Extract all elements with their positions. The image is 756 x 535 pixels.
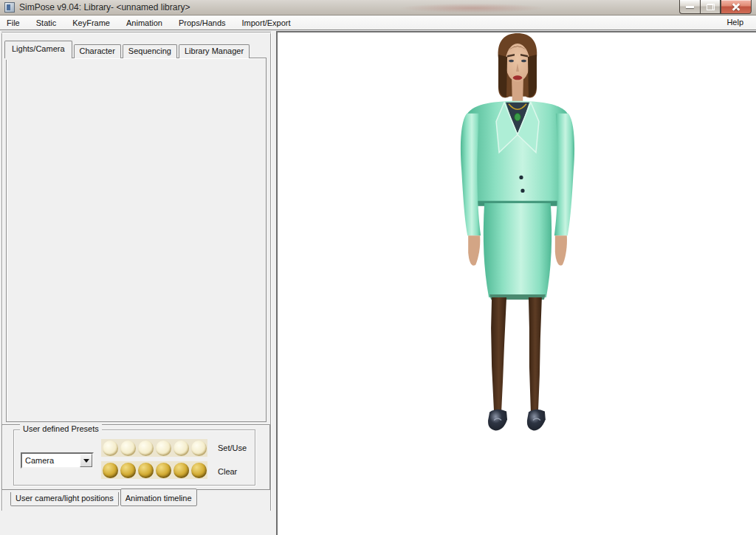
preset-target-combobox[interactable]: Camera [21,452,94,469]
menu-animation[interactable]: Animation [120,17,169,29]
tab-label: Lights/Camera [12,44,65,53]
tab-label: User camera/light positions [16,494,114,503]
menu-help[interactable]: Help [720,15,750,29]
minimize-icon [686,6,694,8]
preset-ball-icon [191,463,207,478]
clear-label: Clear [218,467,237,476]
preset-clear-button-3[interactable] [137,461,154,479]
preset-setuse-button-4[interactable] [154,439,172,457]
minimize-button[interactable] [679,0,700,14]
preset-ball-icon [120,441,136,456]
tab-label: Sequencing [128,46,171,55]
preset-ball-icon [191,441,207,456]
preset-ball-icon [103,463,118,478]
tab-character[interactable]: Character [74,44,121,58]
tab-user-camera-light-positions[interactable]: User camera/light positions [10,492,119,506]
close-icon [732,2,740,11]
top-tabstrip: Lights/Camera Character Sequencing Libra… [6,41,251,58]
preset-clear-button-6[interactable] [190,461,207,479]
bottom-tabstrip: User camera/light positions Animation ti… [10,489,197,506]
tab-sequencing[interactable]: Sequencing [123,44,177,58]
preset-setuse-button-3[interactable] [137,439,154,457]
preset-ball-icon [138,463,154,478]
tab-library-manager[interactable]: Library Manager [179,44,250,58]
preset-setuse-button-6[interactable] [190,439,207,457]
preset-ball-icon [103,441,118,456]
tab-label: Animation timeline [126,494,192,503]
app-icon [4,2,15,13]
preset-ball-icon [156,463,171,478]
simpose-window: { "window": { "title": "SimPose v9.04: L… [0,0,756,535]
preset-ball-icon [120,463,136,478]
menu-import-export[interactable]: Import/Export [236,17,298,29]
preset-clear-button-5[interactable] [172,461,190,479]
panel-frame-right [270,32,271,511]
lights-camera-page [6,58,267,422]
render-viewport[interactable] [276,31,756,535]
tab-lights-camera[interactable]: Lights/Camera [4,41,72,58]
menu-keyframe[interactable]: KeyFrame [66,17,117,29]
tab-animation-timeline[interactable]: Animation timeline [120,489,197,506]
group-title: User defined Presets [20,424,102,433]
menu-file[interactable]: File [0,17,27,29]
titlebar[interactable]: SimPose v9.04: Library- <unnamed library… [0,0,756,15]
window-title: SimPose v9.04: Library- <unnamed library… [19,2,190,13]
panel-frame-top [1,32,271,32]
set-use-label: Set/Use [218,443,247,452]
preset-clear-button-1[interactable] [101,461,119,479]
menubar: File Static KeyFrame Animation Props/Han… [0,15,756,30]
preset-setuse-button-1[interactable] [101,439,119,457]
restore-button[interactable] [700,0,721,14]
preset-setuse-button-5[interactable] [172,439,190,457]
preset-ball-icon [156,441,171,456]
preset-target-value: Camera [25,455,78,466]
preset-setuse-button-2[interactable] [119,439,137,457]
close-button[interactable] [721,0,752,14]
restore-icon [707,4,715,10]
tab-label: Library Manager [185,46,244,55]
preset-ball-icon [173,441,189,456]
preset-clear-button-4[interactable] [154,461,172,479]
menu-props-hands[interactable]: Props/Hands [172,17,233,29]
preset-ball-icon [138,441,154,456]
triangle-down-icon [83,459,89,463]
menu-static[interactable]: Static [30,17,63,29]
preset-clear-button-2[interactable] [119,461,137,479]
dropdown-arrow-icon[interactable] [80,454,92,467]
character-figure [278,32,756,535]
tab-label: Character [80,46,115,55]
preset-ball-icon [173,463,189,478]
